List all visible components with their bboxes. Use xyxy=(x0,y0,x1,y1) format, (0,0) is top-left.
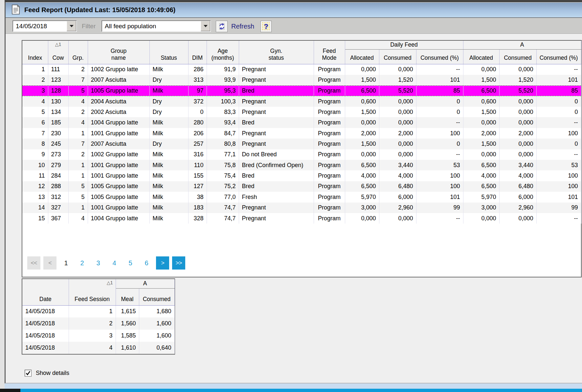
table-cell: 2,000 xyxy=(499,128,536,139)
table-row[interactable]: 1331251005 Gruppo latteMilk3877,0FreshPr… xyxy=(22,192,581,202)
report-document-icon xyxy=(11,5,20,16)
table-cell: 0 xyxy=(416,96,463,107)
table-cell: 5 xyxy=(68,85,88,96)
table-row[interactable]: 1536741004 Gruppo latteMilk32874,7Pregna… xyxy=(22,213,581,224)
page-link-2[interactable]: 2 xyxy=(76,259,89,267)
column-header-group-name[interactable]: Group name xyxy=(88,41,149,64)
column-header-daily-consumed-pct[interactable]: Consumed (%) xyxy=(416,49,463,64)
table-cell: Program xyxy=(314,160,345,170)
page-next-button[interactable]: > xyxy=(156,256,169,270)
filter-dropdown-button[interactable] xyxy=(201,21,210,31)
table-cell: 0 xyxy=(536,96,581,107)
checkbox-box[interactable] xyxy=(25,370,32,377)
table-row[interactable]: 14/05/201811,6151,680 xyxy=(22,305,174,317)
table-row[interactable]: 723011001 Gruppo latteMilk20684,7Pregnan… xyxy=(22,128,581,139)
table-cell: 77,0 xyxy=(207,192,239,202)
table-cell: -- xyxy=(536,149,581,160)
refresh-button[interactable]: Refresh xyxy=(216,20,254,32)
column-header-daily-consumed[interactable]: Consumed xyxy=(379,49,416,64)
table-cell: 0 xyxy=(416,107,463,117)
date-select[interactable]: 14/05/2018 xyxy=(12,20,77,32)
table-cell: 1,500 xyxy=(345,107,379,117)
table-cell: 99 xyxy=(416,203,463,213)
column-header-dim[interactable]: DIM xyxy=(188,41,207,64)
page-link-6[interactable]: 6 xyxy=(140,259,153,267)
table-row[interactable]: 927321002 Gruppo latteMilk31677,1Do not … xyxy=(22,149,581,160)
page-first-button[interactable]: << xyxy=(27,256,40,270)
column-header-meal[interactable]: Meal xyxy=(116,288,139,305)
date-dropdown-button[interactable] xyxy=(67,21,76,31)
page-last-button[interactable]: >> xyxy=(172,256,185,270)
table-cell: 0,000 xyxy=(463,213,499,224)
column-header-a-consumed-pct[interactable]: Consumed (%) xyxy=(536,49,581,64)
bottom-blue-bar xyxy=(0,389,582,392)
table-cell: 1,520 xyxy=(379,75,416,85)
column-header-gyn-status[interactable]: Gyn. status xyxy=(239,41,314,64)
table-cell: 0,000 xyxy=(499,149,536,160)
table-cell: 3,000 xyxy=(463,203,499,213)
table-cell: 2002 Asciutta xyxy=(88,107,149,117)
table-row[interactable]: 212372007 AsciuttaDry31393,9PregnantProg… xyxy=(22,75,581,85)
table-cell: 0,000 xyxy=(345,64,379,75)
table-row[interactable]: 14/05/201831,5851,600 xyxy=(22,330,174,342)
table-row[interactable]: 1228851005 Gruppo latteMilk12775,2BredPr… xyxy=(22,181,581,192)
table-row[interactable]: 14/05/201841,6100,640 xyxy=(22,342,174,354)
table-row[interactable]: 1432711001 Gruppo latteMilk18374,7Pregna… xyxy=(22,203,581,213)
table-cell: 0,000 xyxy=(499,64,536,75)
column-header-a-allocated[interactable]: Allocated xyxy=(463,49,499,64)
table-row[interactable]: 413042004 AsciuttaDry372100,3PregnantPro… xyxy=(22,96,581,107)
filter-select[interactable]: All feed population xyxy=(101,20,211,32)
table-row[interactable]: 14/05/201821,5601,600 xyxy=(22,317,174,330)
table-cell: 206 xyxy=(188,128,207,139)
column-header-consumed[interactable]: Consumed xyxy=(139,288,174,305)
page-prev-button[interactable]: < xyxy=(43,256,56,270)
column-header-cow[interactable]: △1 Cow xyxy=(48,41,68,64)
column-header-date[interactable]: Date xyxy=(22,279,69,305)
table-cell: 3,000 xyxy=(345,203,379,213)
feed-report-table: Index △1 Cow Grp. Group name Status DIM … xyxy=(22,41,581,224)
table-cell: Program xyxy=(314,170,345,181)
page-link-3[interactable]: 3 xyxy=(92,259,105,267)
table-cell: 12 xyxy=(22,181,48,192)
table-cell: -- xyxy=(536,213,581,224)
show-details-checkbox[interactable]: Show details xyxy=(25,370,69,377)
table-cell: 100 xyxy=(536,128,581,139)
table-row[interactable]: 111121002 Gruppo latteMilk28691,9Pregnan… xyxy=(22,64,581,75)
table-cell: 101 xyxy=(416,75,463,85)
table-row[interactable]: 312851005 Gruppo latteMilk9795,3BredProg… xyxy=(22,85,581,96)
page-link-5[interactable]: 5 xyxy=(124,259,137,267)
feed-report-window: Feed Report (Updated Last: 15/05/2018 10… xyxy=(0,0,582,392)
table-row[interactable]: 1128411001 Gruppo latteMilk15575,4BredPr… xyxy=(22,170,581,181)
table-cell: 6,500 xyxy=(463,85,499,96)
table-cell: 6,480 xyxy=(499,181,536,192)
window-titlebar: Feed Report (Updated Last: 15/05/2018 10… xyxy=(6,2,582,18)
column-header-a-consumed[interactable]: Consumed xyxy=(499,49,536,64)
table-row[interactable]: 618541004 Gruppo latteMilk28093,4BredPro… xyxy=(22,117,581,128)
column-header-feed-mode[interactable]: Feed Mode xyxy=(314,41,345,64)
column-header-daily-allocated[interactable]: Allocated xyxy=(345,49,379,64)
table-cell: Bred xyxy=(239,181,314,192)
table-row[interactable]: 1027911001 Gruppo latteMilk11075,8Bred (… xyxy=(22,160,581,170)
column-header-status[interactable]: Status xyxy=(149,41,188,64)
column-header-age[interactable]: Age (months) xyxy=(207,41,239,64)
table-cell: 4,000 xyxy=(463,170,499,181)
table-cell: 7 xyxy=(22,128,48,139)
table-cell: 1 xyxy=(68,203,88,213)
table-cell: 1,500 xyxy=(345,139,379,149)
table-row[interactable]: 513422002 AsciuttaDry083,3PregnantProgra… xyxy=(22,107,581,117)
table-cell: 1 xyxy=(69,305,116,317)
column-header-cow-label: Cow xyxy=(52,54,64,61)
table-cell: 14/05/2018 xyxy=(22,305,69,317)
page-link-4[interactable]: 4 xyxy=(108,259,121,267)
column-header-index[interactable]: Index xyxy=(22,41,48,64)
table-cell: 0,000 xyxy=(379,64,416,75)
help-button[interactable]: ? xyxy=(260,21,272,32)
table-cell: Dry xyxy=(149,75,188,85)
page-link-1[interactable]: 1 xyxy=(59,259,73,267)
column-header-feed-session[interactable]: △1 Feed Session xyxy=(69,279,116,305)
column-header-group[interactable]: Grp. xyxy=(68,41,88,64)
table-cell: 0,600 xyxy=(463,96,499,107)
table-row[interactable]: 824572007 AsciuttaDry25780,8PregnantProg… xyxy=(22,139,581,149)
table-cell: 273 xyxy=(48,149,68,160)
table-cell: Milk xyxy=(149,203,188,213)
